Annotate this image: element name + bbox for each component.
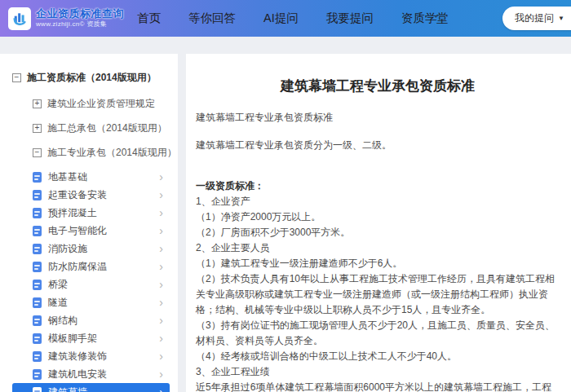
sidebar-level2-item[interactable]: + 施工总承包（2014版现用） <box>33 116 178 140</box>
sidebar-sub-label: 预拌混凝土 <box>48 206 159 220</box>
top-navigation-bar: 企业资质标准查询 www.zizhiji.cn© 资质集 首页 等你回答 AI提… <box>0 0 571 37</box>
document-icon <box>33 351 42 362</box>
sidebar-level2-label: 建筑业企业资质管理规定 <box>47 97 155 111</box>
body-line: 1、企业资产 <box>196 194 560 209</box>
my-questions-button[interactable]: 我的提问 ▼ <box>502 7 571 30</box>
intro-paragraph: 建筑幕墙工程专业承包资质分为一级、二级。 <box>196 140 560 151</box>
body-line: （2）厂房面积不少于3000平方米。 <box>196 225 560 240</box>
document-icon <box>33 387 42 392</box>
sidebar-sub-label: 消防设施 <box>48 242 159 256</box>
sidebar-sub-item[interactable]: 建筑装修装饰 › <box>12 347 170 365</box>
my-questions-label: 我的提问 <box>515 11 554 25</box>
chevron-right-icon: › <box>159 243 163 254</box>
body-line: 一级资质标准： <box>196 178 560 194</box>
body-line: （4）经考核或培训合格的中级工以上技术工人不少于40人。 <box>196 349 560 364</box>
document-icon <box>33 226 42 236</box>
sidebar-sub-item[interactable]: 电子与智能化 › <box>12 222 170 240</box>
logo-subtitle: www.zizhiji.cn© 资质集 <box>36 20 124 28</box>
sidebar-sub-label: 模板脚手架 <box>48 332 159 346</box>
chevron-right-icon: › <box>159 225 163 236</box>
body-line: （2）技术负责人具有10年以上从事工程施工技术管理工作经历，且具有建筑工程相关专… <box>196 271 560 318</box>
sidebar-sub-item[interactable]: 隧道 › <box>12 293 170 311</box>
article-panel: 建筑幕墙工程专业承包资质标准 建筑幕墙工程专业承包资质标准 建筑幕墙工程专业承包… <box>186 54 571 392</box>
sidebar-sub-label: 钢结构 <box>48 314 159 328</box>
sidebar-sub-label: 防水防腐保温 <box>48 260 159 274</box>
document-icon <box>33 280 42 290</box>
sidebar-sub-list: 地基基础 › 起重设备安装 › 预拌混凝土 › 电子与智能化 <box>0 168 178 392</box>
document-icon <box>33 315 42 326</box>
sidebar-sub-item[interactable]: 建筑幕墙 › <box>12 383 170 392</box>
collapse-icon[interactable]: − <box>12 73 21 82</box>
sidebar-sub-label: 隧道 <box>48 296 159 310</box>
sidebar-sub-item[interactable]: 建筑机电安装 › <box>12 365 170 383</box>
chevron-right-icon: › <box>159 350 163 362</box>
article-body: 一级资质标准： 1、企业资产 （1）净资产2000万元以上。 （2）厂房面积不少… <box>196 178 560 392</box>
nav-item[interactable]: AI提问 <box>263 11 299 26</box>
site-logo[interactable]: 企业资质标准查询 www.zizhiji.cn© 资质集 <box>0 7 129 30</box>
chevron-right-icon: › <box>159 279 163 290</box>
body-line: （1）净资产2000万元以上。 <box>196 209 560 225</box>
chevron-right-icon: › <box>159 386 163 392</box>
body-line: （3）持有岗位证书的施工现场管理人员不少于20人，且施工员、质量员、安全员、材料… <box>196 318 560 349</box>
sidebar-root-label: 施工资质标准（2014版现用） <box>27 71 157 85</box>
article-intro: 建筑幕墙工程专业承包资质标准 建筑幕墙工程专业承包资质分为一级、二级。 <box>196 112 560 151</box>
document-icon <box>33 262 42 272</box>
logo-title: 企业资质标准查询 <box>36 8 124 20</box>
expand-icon[interactable]: + <box>33 124 42 133</box>
sidebar-sub-item[interactable]: 防水防腐保温 › <box>12 258 170 275</box>
sidebar-sub-label: 地基基础 <box>48 170 159 184</box>
intro-paragraph: 建筑幕墙工程专业承包资质标准 <box>196 112 560 123</box>
logo-text: 企业资质标准查询 www.zizhiji.cn© 资质集 <box>36 8 124 28</box>
document-icon <box>33 297 42 308</box>
expand-icon[interactable]: − <box>33 148 42 157</box>
sidebar-level2-list: + 建筑业企业资质管理规定 + 施工总承包（2014版现用） − 施工专业承包（… <box>0 91 178 165</box>
document-icon <box>33 172 42 183</box>
document-icon <box>33 369 42 380</box>
body-line: 2、企业主要人员 <box>196 240 560 256</box>
sidebar-sub-item[interactable]: 地基基础 › <box>12 168 170 186</box>
chevron-right-icon: › <box>159 297 163 308</box>
sidebar-sub-item[interactable]: 消防设施 › <box>12 240 170 258</box>
sidebar-level2-label: 施工总承包（2014版现用） <box>47 121 167 135</box>
sidebar-sub-label: 建筑装修装饰 <box>48 350 159 363</box>
logo-building-icon <box>8 7 31 30</box>
page-title: 建筑幕墙工程专业承包资质标准 <box>196 77 560 95</box>
sidebar-sub-label: 电子与智能化 <box>48 224 159 238</box>
chevron-right-icon: › <box>159 261 163 272</box>
sidebar-level2-item[interactable]: + 建筑业企业资质管理规定 <box>33 91 178 116</box>
sidebar-sub-item[interactable]: 桥梁 › <box>12 275 170 293</box>
chevron-right-icon: › <box>159 368 163 380</box>
sidebar-sub-item[interactable]: 模板脚手架 › <box>12 329 170 347</box>
chevron-right-icon: › <box>159 171 163 183</box>
sidebar-level2-item[interactable]: − 施工专业承包（2014版现用） <box>33 140 178 165</box>
document-icon <box>33 208 42 218</box>
chevron-right-icon: › <box>159 207 163 218</box>
expand-icon[interactable]: + <box>33 99 42 108</box>
chevron-right-icon: › <box>159 189 163 200</box>
sidebar-sub-label: 起重设备安装 <box>48 188 159 202</box>
chevron-down-icon: ▼ <box>558 15 564 22</box>
sidebar-sub-label: 建筑幕墙 <box>48 385 159 392</box>
sidebar-sub-item[interactable]: 钢结构 › <box>12 311 170 329</box>
document-icon <box>33 190 42 200</box>
sidebar-level2-label: 施工专业承包（2014版现用） <box>47 146 177 160</box>
nav-item[interactable]: 我要提问 <box>326 11 374 26</box>
sidebar-sub-item[interactable]: 起重设备安装 › <box>12 186 170 204</box>
sidebar-sub-item[interactable]: 预拌混凝土 › <box>12 204 170 222</box>
nav-item[interactable]: 等你回答 <box>188 11 236 26</box>
sidebar-sub-label: 桥梁 <box>48 278 159 292</box>
body-line: （1）建筑工程专业一级注册建造师不少于6人。 <box>196 256 560 271</box>
chevron-right-icon: › <box>159 315 163 326</box>
page-body: − 施工资质标准（2014版现用） + 建筑业企业资质管理规定 + 施工总承包（… <box>0 37 571 392</box>
nav-item[interactable]: 资质学堂 <box>401 11 449 26</box>
main-nav: 首页 等你回答 AI提问 我要提问 资质学堂 <box>137 11 449 26</box>
sidebar-tree: − 施工资质标准（2014版现用） + 建筑业企业资质管理规定 + 施工总承包（… <box>0 54 178 392</box>
document-icon <box>33 333 42 344</box>
chevron-right-icon: › <box>159 333 163 344</box>
document-icon <box>33 244 42 254</box>
nav-item[interactable]: 首页 <box>137 11 161 26</box>
sidebar-sub-label: 建筑机电安装 <box>48 368 159 381</box>
body-line: 近5年承担过6项单体建筑工程幕墙面积6000平方米以上的建筑幕墙工程施工，工程质… <box>196 380 560 392</box>
body-line: 3、企业工程业绩 <box>196 364 560 380</box>
sidebar-root-node[interactable]: − 施工资质标准（2014版现用） <box>12 70 178 85</box>
